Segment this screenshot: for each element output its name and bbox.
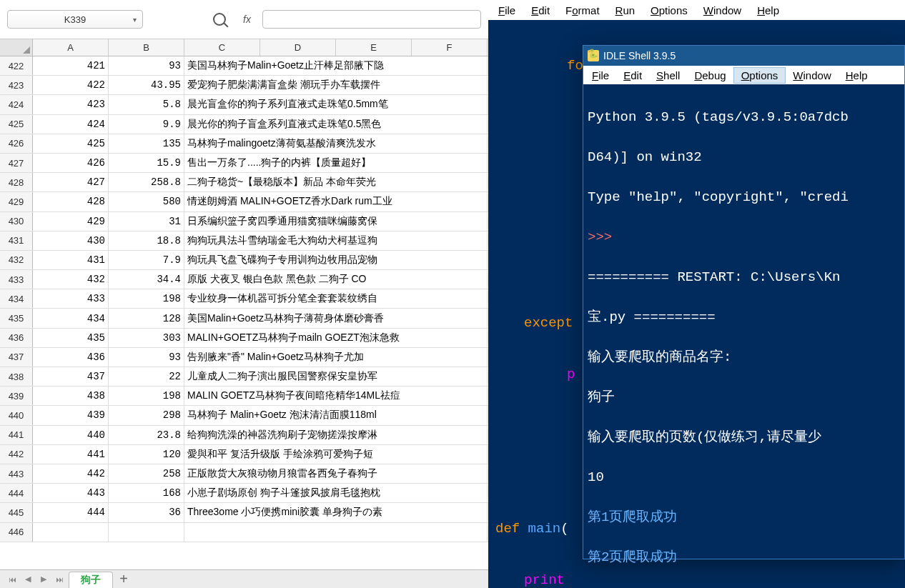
cell[interactable]: 425 (33, 134, 109, 153)
menu-edit[interactable]: Edit (524, 3, 557, 18)
cell[interactable]: 303 (109, 329, 184, 347)
row-header[interactable]: 424 (0, 95, 33, 114)
cell[interactable]: 给狗狗洗澡的神器洗狗刷子宠物搓澡按摩淋 (184, 426, 488, 444)
cell[interactable]: 120 (109, 445, 184, 464)
cell[interactable]: 18.8 (109, 231, 184, 250)
cell[interactable]: 437 (33, 367, 109, 386)
col-header-f[interactable]: F (412, 39, 488, 56)
cell[interactable]: MALIN+GOETZ马林狗子mailn GOEZT泡沫急救 (184, 329, 488, 347)
row-header[interactable]: 428 (0, 173, 33, 191)
cell[interactable]: 原版 犬夜叉 银白色款 黑色款 二狗子 CO (184, 270, 488, 289)
cell[interactable]: 421 (33, 56, 109, 75)
cell[interactable]: 135 (109, 134, 184, 153)
menu-window[interactable]: Window (696, 3, 748, 18)
cell[interactable] (184, 523, 488, 542)
row-header[interactable]: 438 (0, 367, 33, 386)
zoom-icon[interactable] (213, 13, 226, 26)
cell[interactable]: 432 (33, 270, 109, 289)
add-sheet-button[interactable]: + (116, 572, 132, 587)
cell[interactable]: 晨光你的狗子盲盒系列直液式走珠笔0.5黑色 (184, 115, 488, 134)
cell[interactable]: 298 (109, 406, 184, 424)
cell[interactable]: 258 (109, 464, 184, 483)
row-header[interactable]: 430 (0, 212, 33, 231)
row-header[interactable]: 423 (0, 76, 33, 94)
cell[interactable]: 7.9 (109, 251, 184, 269)
menu-format[interactable]: Format (558, 3, 607, 18)
col-header-c[interactable]: C (184, 39, 260, 56)
cell[interactable]: 428 (33, 192, 109, 211)
cell[interactable]: 情迷朗姆酒 MALIN+GOETZ香水Dark rum工业 (184, 192, 488, 211)
cell[interactable]: 儿童成人二狗子演出服民国警察保安皇协军 (184, 367, 488, 386)
cell[interactable]: 马林狗子malingoetz薄荷氨基酸清爽洗发水 (184, 134, 488, 153)
row-header[interactable]: 444 (0, 484, 33, 502)
cell[interactable]: 美国Malin+Goetz马林狗子薄荷身体磨砂膏香 (184, 309, 488, 327)
cell[interactable]: 日系编织篮子窝四季通用猫窝猫咪编藤窝保 (184, 212, 488, 231)
shell-menu-help[interactable]: Help (839, 68, 875, 83)
cell[interactable]: 440 (33, 426, 109, 444)
row-header[interactable]: 426 (0, 134, 33, 153)
name-box[interactable]: K339 (7, 10, 143, 29)
cell[interactable]: 431 (33, 251, 109, 269)
shell-menu-file[interactable]: File (585, 68, 616, 83)
shell-menu-debug[interactable]: Debug (687, 68, 733, 83)
select-all-corner[interactable] (0, 39, 33, 56)
cell[interactable]: 128 (109, 309, 184, 327)
col-header-e[interactable]: E (336, 39, 412, 56)
cell[interactable]: 二狗子稳货~【最稳版本】新品 本命年荧光 (184, 173, 488, 191)
cell[interactable]: 31 (109, 212, 184, 231)
row-header[interactable]: 422 (0, 56, 33, 75)
cell[interactable]: 168 (109, 484, 184, 502)
tab-scroll-next-icon[interactable]: ▶ (37, 573, 50, 586)
row-header[interactable]: 433 (0, 270, 33, 289)
cell[interactable]: 售出一万条了.....狗子的内裤【质量超好】 (184, 154, 488, 172)
cell[interactable]: 198 (109, 289, 184, 308)
cell[interactable]: MALIN GOETZ马林狗子夜间暗疮精华14ML祛痘 (184, 387, 488, 405)
cell[interactable]: 434 (33, 309, 109, 327)
cell[interactable]: 小崽子剧场原创 狗子斗篷披风披肩毛毯抱枕 (184, 484, 488, 502)
cell[interactable]: 423 (33, 95, 109, 114)
shell-menu-options[interactable]: Options (733, 67, 786, 84)
cell[interactable]: 正版散货大灰狼动物月狼雷各西兔子春狗子 (184, 464, 488, 483)
cell[interactable]: 433 (33, 289, 109, 308)
tab-scroll-first-icon[interactable]: ⏮ (6, 573, 19, 586)
cell[interactable]: 美国马林狗子Malin+Goetz止汗棒足部腋下隐 (184, 56, 488, 75)
cell[interactable]: 狗狗玩具法斗雪纳瑞金毛大狗幼犬柯基逗狗 (184, 231, 488, 250)
cell[interactable]: 436 (33, 348, 109, 367)
row-header[interactable]: 435 (0, 309, 33, 327)
cell[interactable]: 告别腋来"香" Malin+Goetz马林狗子尤加 (184, 348, 488, 367)
cell[interactable]: 马林狗子 Malin+Goetz 泡沫清洁面膜118ml (184, 406, 488, 424)
cell[interactable]: 43.95 (109, 76, 184, 94)
cell[interactable] (33, 523, 109, 542)
cell[interactable]: 5.8 (109, 95, 184, 114)
tab-scroll-last-icon[interactable]: ⏭ (53, 573, 66, 586)
menu-run[interactable]: Run (608, 3, 643, 18)
cell[interactable]: Three3ome 小巧便携mini胶囊 单身狗子の素 (184, 503, 488, 522)
cell[interactable]: 442 (33, 464, 109, 483)
menu-options[interactable]: Options (643, 3, 695, 18)
cell[interactable]: 424 (33, 115, 109, 134)
col-header-d[interactable]: D (260, 39, 336, 56)
shell-menu-shell[interactable]: Shell (649, 68, 687, 83)
row-header[interactable]: 427 (0, 154, 33, 172)
cell[interactable]: 438 (33, 387, 109, 405)
cell[interactable]: 435 (33, 329, 109, 347)
cell[interactable]: 427 (33, 173, 109, 191)
row-header[interactable]: 443 (0, 464, 33, 483)
cell[interactable]: 258.8 (109, 173, 184, 191)
col-header-b[interactable]: B (109, 39, 184, 56)
row-header[interactable]: 440 (0, 406, 33, 424)
formula-bar[interactable] (262, 10, 481, 29)
shell-menu-window[interactable]: Window (786, 68, 838, 83)
cell[interactable]: 22 (109, 367, 184, 386)
cell[interactable]: 441 (33, 445, 109, 464)
cell[interactable]: 429 (33, 212, 109, 231)
row-header[interactable]: 442 (0, 445, 33, 464)
row-header[interactable]: 429 (0, 192, 33, 211)
cell[interactable]: 430 (33, 231, 109, 250)
tab-scroll-prev-icon[interactable]: ◀ (21, 573, 34, 586)
row-header[interactable]: 436 (0, 329, 33, 347)
sheet-tab-active[interactable]: 狗子 (69, 572, 113, 588)
row-header[interactable]: 445 (0, 503, 33, 522)
row-header[interactable]: 431 (0, 231, 33, 250)
cell[interactable]: 专业纹身一体机器可拆分笔全套套装纹绣自 (184, 289, 488, 308)
